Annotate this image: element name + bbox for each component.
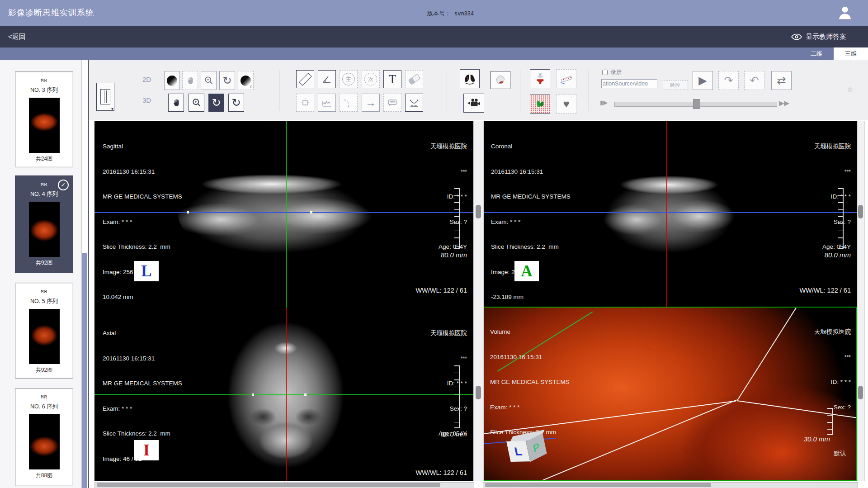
profile-curve-tool-button[interactable] <box>318 94 336 112</box>
lung-segmentation-button[interactable] <box>460 69 480 88</box>
arrow-tool-button[interactable]: → <box>362 94 380 112</box>
sagittal-info-right: 天堰模拟医院 *** ID: * * * Sex: ? Age: 054Y <box>430 126 467 268</box>
video-path-input[interactable] <box>601 79 657 88</box>
user-avatar-icon[interactable] <box>837 5 853 20</box>
reset-rotate-3d-button[interactable]: ↻ <box>228 94 244 112</box>
horizontal-scroll-thumb[interactable] <box>485 483 711 487</box>
viewport-title: Volume <box>490 328 570 336</box>
wwwl-label: WW/WL: 122 / 61 <box>415 287 467 294</box>
app-title: 影像诊断思维实训系统 <box>8 0 94 26</box>
spline-tool-button[interactable] <box>340 94 358 112</box>
crosshair-handle-dot[interactable] <box>310 211 312 213</box>
viewport-volume-3d[interactable]: Volume 20161130 16:15:31 MR GE MEDICAL S… <box>483 307 857 481</box>
play-icon: ▶ <box>698 75 707 86</box>
pan-3d-button[interactable] <box>168 94 184 112</box>
toolbar: ▾ 2D 3D ↻ c ↻ ↻ 主 次 T <box>89 60 868 120</box>
crosshair-vertical-red[interactable] <box>666 121 667 308</box>
roi-box-tool-button[interactable] <box>296 94 314 112</box>
tab-3d[interactable]: 三维 <box>834 47 868 60</box>
back-button[interactable]: <返回 <box>8 26 26 47</box>
curve-measure-tool-button[interactable] <box>405 94 423 112</box>
coronal-info-right: 天堰模拟医院 *** ID: * * * Sex: ? Age: 054Y <box>814 126 851 268</box>
sagittal-mri-image <box>178 170 373 258</box>
speed-max-icon: ▶▶ <box>779 99 789 107</box>
viewport-coronal[interactable]: Coronal 20161130 16:15:31 MR GE MEDICAL … <box>483 121 857 308</box>
ruler-tool-button[interactable] <box>296 70 314 88</box>
viewport-axial[interactable]: Axial 20161130 16:15:31 MR GE MEDICAL SY… <box>94 308 473 481</box>
skull-view-button[interactable] <box>491 71 510 89</box>
lungs-icon <box>463 72 476 85</box>
viewport-sagittal[interactable]: Sagittal 20161130 16:15:31 MR GE MEDICAL… <box>94 121 473 308</box>
zoom-2d-button[interactable] <box>201 71 217 90</box>
series-thumbnail <box>29 98 60 153</box>
ruler-icon <box>299 73 311 85</box>
tab-bar: 二维 三维 <box>0 47 868 60</box>
tab-2d[interactable]: 二维 <box>799 47 834 60</box>
crosshair-handle-dot[interactable] <box>304 393 307 396</box>
horizontal-scrollbar-left[interactable] <box>94 482 474 488</box>
swap-arrows-icon: ⇄ <box>777 75 786 86</box>
curve-ruler-icon <box>409 97 420 108</box>
export-video-button[interactable] <box>463 94 484 113</box>
nav-bar: <返回 显示教师答案 <box>0 26 868 47</box>
spline-icon <box>343 97 354 108</box>
text-tool-button[interactable]: T <box>383 70 401 88</box>
speed-min-icon: ▮▶ <box>600 99 608 106</box>
series-count: 共92图 <box>15 366 73 374</box>
app-root: 影像诊断思维实训系统 版本号：svn334 <返回 显示教师答案 二维 三维 M… <box>0 0 868 488</box>
series-card-3[interactable]: MR NO. 3 序列 共24图 <box>15 71 73 167</box>
comment-tool-button[interactable] <box>383 94 401 112</box>
eraser-tool-button[interactable] <box>405 70 423 88</box>
toolbar-separator <box>447 70 447 111</box>
play-button[interactable]: ▶ <box>693 71 713 90</box>
record-screen-checkbox[interactable] <box>602 70 608 75</box>
profile-curve-icon <box>321 97 332 108</box>
angle-tool-button[interactable] <box>318 70 336 88</box>
speed-slider-thumb[interactable] <box>693 99 700 109</box>
series-card-4-selected[interactable]: ✓ MR NO. 4 序列 共92图 <box>15 175 73 273</box>
series-card-5[interactable]: MR NO. 5 序列 共92图 <box>15 283 73 379</box>
crosshair-handle-dot[interactable] <box>252 393 254 396</box>
crosshair-vertical-green[interactable] <box>286 121 287 308</box>
series-thumbnail <box>29 202 60 257</box>
scale-ruler <box>454 188 460 249</box>
slice-scroll-thumb[interactable] <box>858 205 863 218</box>
slice-scroll-thumb[interactable] <box>476 386 481 399</box>
crosshair-handle-dot[interactable] <box>187 211 189 213</box>
collapse-toolbar-icon[interactable]: « <box>844 87 856 92</box>
comment-icon <box>387 97 398 108</box>
layout-button[interactable]: ▾ <box>96 83 114 111</box>
wwwl-2d-button[interactable] <box>164 71 180 90</box>
spine-measure-button[interactable] <box>556 69 576 88</box>
slice-scroll-thumb[interactable] <box>476 205 481 218</box>
primary-roi-tool-button[interactable]: 主 <box>340 70 358 88</box>
rotate-3d-button-active[interactable]: ↻ <box>208 94 224 112</box>
secondary-roi-tool-button[interactable]: 次 <box>362 70 380 88</box>
slice-scrollbar-right[interactable] <box>857 121 865 481</box>
sidebar-scrollbar-thumb[interactable] <box>82 253 87 488</box>
toolbar-separator <box>520 70 520 111</box>
rotate-right-anim-button[interactable]: ↷ <box>718 71 739 90</box>
show-teacher-answer-button[interactable]: 显示教师答案 <box>791 26 846 47</box>
pan-2d-button[interactable] <box>182 71 198 90</box>
rotate-2d-button[interactable]: ↻ <box>219 71 235 90</box>
slice-scroll-thumb[interactable] <box>858 386 863 399</box>
rotate-left-anim-button[interactable]: ↶ <box>744 71 764 90</box>
wwwl-reset-2d-button[interactable]: c <box>238 71 254 90</box>
slice-scrollbar-middle[interactable] <box>473 121 484 481</box>
segmentation-button[interactable] <box>530 95 550 114</box>
zoom-3d-button[interactable] <box>189 94 204 112</box>
horizontal-scrollbar-right[interactable] <box>483 482 858 488</box>
path-button[interactable]: 路径 <box>662 80 688 90</box>
undo-arc-icon: ↶ <box>750 75 759 86</box>
heart-model-button[interactable]: ♥ <box>556 95 576 114</box>
swap-direction-button[interactable]: ⇄ <box>771 71 792 90</box>
series-thumbnail <box>29 414 60 469</box>
preset-label[interactable]: 默认 <box>834 450 846 458</box>
series-card-6[interactable]: MR NO. 6 序列 共88图 <box>15 388 73 486</box>
horizontal-scroll-thumb[interactable] <box>97 483 440 487</box>
volume-info-left: Volume 20161130 16:15:31 MR GE MEDICAL S… <box>490 311 570 454</box>
mode-3d-label: 3D <box>142 96 151 104</box>
joint-model-button[interactable] <box>530 69 550 88</box>
scale-ruler <box>827 408 833 435</box>
